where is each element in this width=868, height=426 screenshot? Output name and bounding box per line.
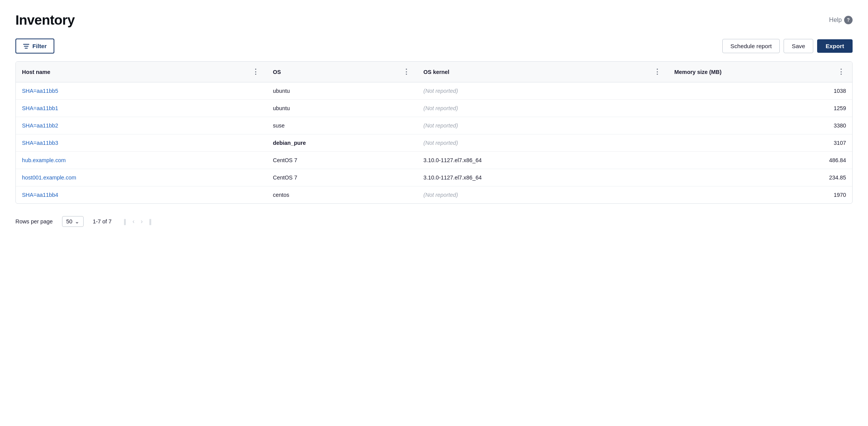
- rows-per-page-value: 50: [66, 218, 72, 225]
- cell-hostname: SHA=aa11bb1: [16, 100, 267, 117]
- cell-os: CentOS 7: [267, 152, 417, 169]
- col-header-hostname: Host name ⋮: [16, 62, 267, 82]
- table-row: SHA=aa11bb1ubuntu(Not reported)1259: [16, 100, 852, 117]
- col-header-memory: Memory size (MB) ⋮: [668, 62, 852, 82]
- inventory-table: Host name ⋮ OS ⋮ OS kernel ⋮: [16, 62, 852, 203]
- table-row: SHA=aa11bb4centos(Not reported)1970: [16, 186, 852, 204]
- table-row: SHA=aa11bb3debian_pure(Not reported)3107: [16, 134, 852, 152]
- prev-page-button[interactable]: ‹: [130, 216, 137, 226]
- filter-button[interactable]: Filter: [15, 39, 54, 54]
- help-area[interactable]: Help ?: [829, 16, 853, 24]
- cell-hostname: host001.example.com: [16, 169, 267, 186]
- inventory-table-wrapper: Host name ⋮ OS ⋮ OS kernel ⋮: [15, 61, 853, 204]
- filter-icon: [23, 44, 29, 49]
- cell-kernel: 3.10.0-1127.el7.x86_64: [417, 169, 668, 186]
- cell-kernel: (Not reported): [417, 117, 668, 134]
- cell-memory: 3380: [668, 117, 852, 134]
- cell-hostname: SHA=aa11bb4: [16, 186, 267, 204]
- hostname-link[interactable]: SHA=aa11bb3: [22, 140, 58, 146]
- hostname-link[interactable]: hub.example.com: [22, 157, 66, 163]
- toolbar-row: Filter Schedule report Save Export: [15, 39, 853, 54]
- save-button[interactable]: Save: [784, 39, 813, 53]
- page-title: Inventory: [15, 12, 75, 28]
- cell-memory: 486.84: [668, 152, 852, 169]
- hostname-link[interactable]: SHA=aa11bb5: [22, 88, 58, 94]
- export-button[interactable]: Export: [817, 39, 853, 53]
- table-row: host001.example.comCentOS 73.10.0-1127.e…: [16, 169, 852, 186]
- hostname-col-menu-icon[interactable]: ⋮: [251, 67, 261, 77]
- table-header-row: Host name ⋮ OS ⋮ OS kernel ⋮: [16, 62, 852, 82]
- rows-per-page-label: Rows per page: [15, 218, 53, 225]
- first-page-button[interactable]: ∥: [121, 216, 129, 227]
- cell-hostname: SHA=aa11bb5: [16, 82, 267, 100]
- os-col-menu-icon[interactable]: ⋮: [401, 67, 411, 77]
- help-icon: ?: [844, 16, 853, 24]
- table-row: hub.example.comCentOS 73.10.0-1127.el7.x…: [16, 152, 852, 169]
- table-row: SHA=aa11bb5ubuntu(Not reported)1038: [16, 82, 852, 100]
- chevron-down-icon: ⌄: [75, 218, 79, 225]
- hostname-link[interactable]: SHA=aa11bb1: [22, 105, 58, 111]
- cell-memory: 1038: [668, 82, 852, 100]
- cell-os: ubuntu: [267, 100, 417, 117]
- col-header-os: OS ⋮: [267, 62, 417, 82]
- rows-per-page-select[interactable]: 50 ⌄: [62, 216, 84, 227]
- hostname-link[interactable]: SHA=aa11bb2: [22, 122, 58, 129]
- cell-os: centos: [267, 186, 417, 204]
- filter-label: Filter: [32, 43, 47, 49]
- cell-os: ubuntu: [267, 82, 417, 100]
- cell-memory: 1259: [668, 100, 852, 117]
- cell-hostname: SHA=aa11bb2: [16, 117, 267, 134]
- next-page-button[interactable]: ›: [138, 216, 145, 226]
- kernel-col-menu-icon[interactable]: ⋮: [652, 67, 662, 77]
- col-header-kernel: OS kernel ⋮: [417, 62, 668, 82]
- last-page-button[interactable]: ∥: [146, 216, 154, 227]
- cell-os: suse: [267, 117, 417, 134]
- page-container: Inventory Help ? Filter Schedule report …: [0, 0, 868, 426]
- cell-memory: 234.85: [668, 169, 852, 186]
- cell-kernel: 3.10.0-1127.el7.x86_64: [417, 152, 668, 169]
- cell-kernel: (Not reported): [417, 186, 668, 204]
- cell-hostname: SHA=aa11bb3: [16, 134, 267, 152]
- cell-kernel: (Not reported): [417, 134, 668, 152]
- cell-os: CentOS 7: [267, 169, 417, 186]
- cell-memory: 1970: [668, 186, 852, 204]
- pagination-range: 1-7 of 7: [93, 218, 112, 225]
- cell-hostname: hub.example.com: [16, 152, 267, 169]
- header-row: Inventory Help ?: [15, 12, 853, 28]
- cell-memory: 3107: [668, 134, 852, 152]
- memory-col-menu-icon[interactable]: ⋮: [836, 67, 846, 77]
- hostname-link[interactable]: host001.example.com: [22, 174, 76, 181]
- schedule-report-button[interactable]: Schedule report: [722, 39, 780, 53]
- help-label: Help: [829, 17, 842, 23]
- hostname-link[interactable]: SHA=aa11bb4: [22, 192, 58, 198]
- pagination-row: Rows per page 50 ⌄ 1-7 of 7 ∥ ‹ › ∥: [15, 213, 853, 230]
- table-row: SHA=aa11bb2suse(Not reported)3380: [16, 117, 852, 134]
- cell-kernel: (Not reported): [417, 100, 668, 117]
- action-buttons: Schedule report Save Export: [722, 39, 853, 53]
- pagination-controls: ∥ ‹ › ∥: [121, 216, 155, 227]
- cell-os: debian_pure: [267, 134, 417, 152]
- cell-kernel: (Not reported): [417, 82, 668, 100]
